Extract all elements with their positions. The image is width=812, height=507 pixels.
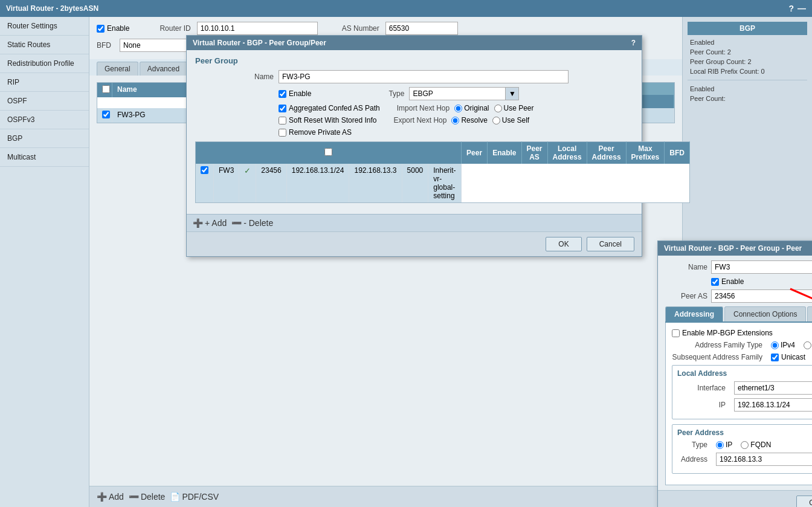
pg-import-next-hop-label: Import Next Hop	[397, 104, 450, 112]
pg-enable-checkbox[interactable]	[279, 90, 286, 98]
pg-aggregated-checkbox[interactable]	[279, 105, 286, 112]
ipv6-label[interactable]: IPv6	[804, 341, 812, 349]
peer-ok-button[interactable]: OK	[796, 496, 812, 507]
minimize-icon[interactable]: —	[798, 4, 806, 13]
pg-import-usepeer-radio[interactable]	[494, 105, 502, 112]
pg-enable-checkbox-label[interactable]: Enable	[279, 89, 311, 98]
pg-dialog-title-text: Virtual Router - BGP - Peer Group/Peer	[193, 39, 326, 47]
pg-export-resolve-text: Resolve	[461, 116, 487, 124]
row-checkbox[interactable]	[102, 111, 110, 118]
pg-export-resolve-label[interactable]: Resolve	[451, 116, 487, 124]
pg-import-usepeer-label[interactable]: Use Peer	[494, 104, 534, 112]
title-bar: Virtual Router - 2bytesASN ? —	[0, 0, 812, 17]
peer-name-input[interactable]	[711, 260, 812, 274]
peer-tab-connection[interactable]: Connection Options	[724, 306, 806, 321]
row-checkbox-cell[interactable]	[97, 108, 112, 123]
pg-softreset-checkbox[interactable]	[279, 117, 286, 124]
pg-softreset-row: Soft Reset With Stored Info Export Next …	[195, 116, 633, 124]
local-ip-input[interactable]	[734, 398, 812, 412]
delete-button[interactable]: ➖ Delete	[129, 492, 165, 502]
subsequent-af-label: Subsequent Address Family	[672, 353, 762, 361]
peer-enable-text: Enable	[721, 277, 744, 286]
help-icon[interactable]: ?	[788, 4, 794, 13]
inner-select-all[interactable]	[324, 148, 332, 156]
sidebar-item-ospfv3[interactable]: OSPFv3	[0, 111, 89, 129]
pg-dialog-body: Peer Group Name Enable Type ▼	[187, 50, 642, 214]
mp-bgp-checkbox[interactable]	[672, 329, 680, 337]
pg-dialog-title: Virtual Router - BGP - Peer Group/Peer ?	[187, 36, 642, 50]
pg-export-useself-radio[interactable]	[492, 117, 500, 124]
app-title: Virtual Router - 2bytesASN	[6, 4, 98, 13]
enable-checkbox-label[interactable]: Enable	[97, 24, 129, 33]
peer-name-row: Name	[665, 260, 812, 274]
pg-delete-label: - Delete	[243, 218, 273, 228]
pg-export-useself-label[interactable]: Use Self	[492, 116, 529, 124]
pg-delete-button[interactable]: ➖ - Delete	[231, 218, 273, 228]
pg-export-resolve-radio[interactable]	[451, 117, 459, 124]
peer-address-input[interactable]	[716, 453, 812, 466]
right-panel-title: BGP	[688, 22, 807, 35]
mp-bgp-label[interactable]: Enable MP-BGP Extensions	[672, 329, 773, 337]
peer-tab-addressing[interactable]: Addressing	[665, 306, 723, 321]
enable-checkbox[interactable]	[97, 25, 105, 33]
inner-row-bfd: Inherit-vr-global-setting	[428, 164, 461, 202]
sidebar-item-ospf[interactable]: OSPF	[0, 92, 89, 111]
tab-advanced[interactable]: Advanced	[140, 62, 187, 76]
inner-row-checkbox[interactable]	[196, 164, 214, 202]
inner-row-local-address: 192.168.13.1/24	[287, 164, 350, 202]
pg-section-title: Peer Group	[195, 56, 633, 65]
peer-as-input[interactable]	[711, 289, 812, 303]
add-button[interactable]: ➕ Add	[97, 492, 124, 502]
pg-aggregated-row: Aggregated Confed AS Path Import Next Ho…	[195, 104, 633, 112]
router-id-input[interactable]	[197, 22, 318, 35]
fqdn-type-radio[interactable]	[741, 441, 749, 449]
sidebar-item-multicast[interactable]: Multicast	[0, 148, 89, 167]
inner-table-row[interactable]: FW3 ✓ 23456 192.168.13.1/24 192.168.13.3…	[196, 164, 462, 202]
pg-aggregated-label[interactable]: Aggregated Confed AS Path	[279, 104, 380, 112]
pg-ok-button[interactable]: OK	[546, 237, 581, 251]
sidebar-item-router-settings[interactable]: Router Settings	[0, 17, 89, 36]
local-address-title: Local Address	[677, 369, 812, 378]
pg-type-label: Type	[388, 89, 404, 98]
sidebar-item-redistribution-profile[interactable]: Redistribution Profile	[0, 54, 89, 73]
pdf-button[interactable]: 📄 PDF/CSV	[170, 492, 219, 502]
pg-remove-private-checkbox[interactable]	[279, 129, 286, 137]
select-all-checkbox[interactable]	[102, 85, 110, 93]
peer-tab-advanced[interactable]: Advanced	[807, 306, 812, 321]
sidebar-item-bgp[interactable]: BGP	[0, 129, 89, 148]
interface-row: Interface ▼	[677, 381, 812, 395]
pg-import-original-label[interactable]: Original	[454, 104, 489, 112]
ipv6-radio[interactable]	[804, 341, 811, 349]
tab-general[interactable]: General	[97, 62, 138, 76]
pg-softreset-label[interactable]: Soft Reset With Stored Info	[279, 116, 376, 124]
pg-type-dropdown-arrow[interactable]: ▼	[506, 87, 519, 100]
pg-name-input[interactable]	[279, 70, 569, 83]
pg-help-icon[interactable]: ?	[631, 39, 636, 47]
pg-import-original-radio[interactable]	[454, 105, 462, 112]
ipv4-text: IPv4	[781, 341, 795, 349]
sidebar-item-static-routes[interactable]: Static Routes	[0, 36, 89, 54]
peer-name-label: Name	[665, 263, 707, 271]
ip-type-radio[interactable]	[716, 441, 724, 449]
pg-cancel-button[interactable]: Cancel	[587, 237, 634, 251]
pg-enable-label-text: Enable	[289, 89, 311, 98]
pg-type-input[interactable]	[409, 87, 506, 100]
sidebar-item-rip[interactable]: RIP	[0, 73, 89, 92]
ipv4-radio[interactable]	[771, 341, 779, 349]
fqdn-type-label[interactable]: FQDN	[741, 441, 771, 449]
unicast-label[interactable]: Unicast	[771, 353, 805, 361]
as-number-input[interactable]	[385, 22, 458, 35]
pg-add-button[interactable]: ➕ + Add	[193, 218, 227, 228]
unicast-checkbox[interactable]	[771, 354, 779, 361]
right-panel-item-5: Enabled	[688, 84, 807, 94]
peer-enable-checkbox[interactable]	[711, 278, 719, 286]
pg-export-next-hop-label: Export Next Hop	[393, 116, 446, 124]
right-panel-item-3: Local RIB Prefix Count: 0	[688, 66, 807, 76]
peer-enable-label[interactable]: Enable	[711, 277, 744, 286]
right-panel-item-6: Peer Count:	[688, 94, 807, 103]
pg-remove-private-label[interactable]: Remove Private AS	[279, 128, 352, 137]
ip-type-label[interactable]: IP	[716, 441, 732, 449]
pg-enable-row: Enable Type ▼	[195, 87, 633, 100]
ipv4-label[interactable]: IPv4	[771, 341, 795, 349]
interface-input[interactable]	[734, 381, 812, 395]
